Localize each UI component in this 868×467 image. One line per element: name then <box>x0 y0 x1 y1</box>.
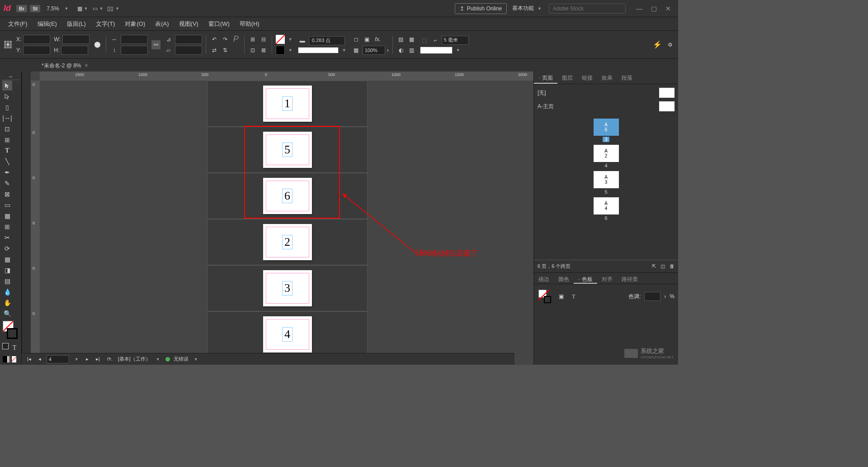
selection-tool[interactable] <box>2 81 12 91</box>
pencil-tool[interactable]: ✎ <box>2 178 12 188</box>
stock-badge[interactable]: St <box>30 5 40 12</box>
flip-v-icon[interactable]: ⇅ <box>221 46 230 55</box>
fx-a-icon[interactable]: ◻ <box>352 35 361 44</box>
spread-5[interactable]: 5 <box>207 127 368 173</box>
zoom-tool[interactable]: 🔍 <box>2 309 12 319</box>
fill-stroke-swatches[interactable] <box>3 321 19 339</box>
scale-x-input[interactable] <box>121 35 148 44</box>
scale-y-input[interactable] <box>121 46 148 55</box>
zoom-display[interactable]: 7.5% <box>47 5 59 12</box>
close-tab-icon[interactable]: × <box>85 62 88 69</box>
last-page-icon[interactable]: ▸| <box>94 356 102 362</box>
grid-tool[interactable]: ⊞ <box>2 222 12 232</box>
master-a[interactable]: A-主页 <box>538 100 675 113</box>
rectangle-tool[interactable]: ▭ <box>2 200 12 210</box>
page-tool[interactable]: ▯ <box>2 102 12 112</box>
stock-search-input[interactable] <box>549 4 626 14</box>
swatch-fill-stroke[interactable] <box>538 290 552 303</box>
stroke-weight-input[interactable] <box>309 36 345 45</box>
contrast-icon[interactable]: ◐ <box>396 46 406 55</box>
fx-b-icon[interactable]: ▣ <box>363 35 372 44</box>
note-tool[interactable]: ▤ <box>2 276 12 286</box>
group-d-icon[interactable]: ⊠ <box>259 46 268 55</box>
free-transform-tool[interactable]: ⟳ <box>2 243 12 253</box>
table-tool[interactable]: ▦ <box>2 211 12 221</box>
chevron-down-icon[interactable]: ▼ <box>288 37 292 42</box>
h-input[interactable] <box>61 46 88 55</box>
reference-point-icon[interactable] <box>4 40 13 49</box>
page-thumb-6[interactable]: A4 6 <box>538 197 675 221</box>
fill-swatch-icon[interactable] <box>276 35 285 44</box>
view-options-icon[interactable]: ▦▼ <box>80 5 88 13</box>
menu-window[interactable]: 窗口(W) <box>204 18 234 30</box>
screen-mode-icon[interactable]: ▭▼ <box>95 5 103 13</box>
opacity-input[interactable] <box>363 46 385 55</box>
document-tab[interactable]: *未命名-2 @ 8% × <box>36 59 94 71</box>
hand-tool[interactable]: ✋ <box>2 298 12 308</box>
spread-3[interactable]: 3 <box>207 265 368 311</box>
stroke-swatch-icon[interactable] <box>276 46 285 55</box>
tab-layers[interactable]: 图层 <box>557 71 577 84</box>
spread-4[interactable]: 4 <box>207 311 368 357</box>
group-a-icon[interactable]: ⊞ <box>248 35 257 44</box>
scissors-tool[interactable]: ✂ <box>2 233 12 243</box>
gradient-bar[interactable] <box>420 47 453 54</box>
menu-help[interactable]: 帮助(H) <box>235 18 264 30</box>
rectangle-frame-tool[interactable]: ⊠ <box>2 189 12 199</box>
page-thumb-3[interactable]: A6 3 <box>538 119 675 142</box>
preset-label[interactable]: [基本]（工作） <box>118 356 151 362</box>
tab-align[interactable]: 对齐 <box>597 273 617 284</box>
gpu-icon[interactable]: ⚡ <box>653 40 662 49</box>
eyedropper-tool[interactable]: 💧 <box>2 287 12 297</box>
page-number-input[interactable] <box>47 355 69 363</box>
corner-shape-icon[interactable]: ⌐ <box>431 36 440 45</box>
auto-icon[interactable]: ▥ <box>407 46 416 55</box>
master-none[interactable]: [无] <box>538 86 675 100</box>
settings-gear-icon[interactable]: ⚙ <box>665 40 675 49</box>
gradient-feather-tool[interactable]: ◨ <box>2 265 12 275</box>
direct-selection-tool[interactable] <box>2 91 12 101</box>
content-placer-tool[interactable]: ⊞ <box>2 135 12 145</box>
new-page-icon[interactable]: ◫ <box>660 263 665 269</box>
publish-online-button[interactable]: ↥ Publish Online <box>455 3 507 14</box>
tab-swatches[interactable]: 色板 <box>574 273 597 284</box>
formatting-container-icon[interactable]: ▣ <box>557 292 566 301</box>
line-tool[interactable]: ╲ <box>2 157 12 167</box>
workspace-switcher[interactable]: 基本功能 ▼ <box>512 5 543 12</box>
menu-type[interactable]: 文字(T) <box>91 18 120 30</box>
menu-view[interactable]: 视图(V) <box>175 18 203 30</box>
rotate-input[interactable] <box>175 35 202 44</box>
group-b-icon[interactable]: ⊟ <box>259 35 268 44</box>
gap-tool[interactable]: |↔| <box>2 113 12 123</box>
next-page-icon[interactable]: ▸ <box>84 356 90 362</box>
corners-icon[interactable]: ⬚ <box>420 36 429 45</box>
errors-label[interactable]: 无错误 <box>174 356 189 362</box>
constrain-proportions-icon[interactable]: ⚪ <box>93 40 102 49</box>
menu-table[interactable]: 表(A) <box>151 18 173 30</box>
bridge-badge[interactable]: Br <box>16 5 27 12</box>
minimize-button[interactable]: — <box>633 4 646 13</box>
chevron-down-icon[interactable]: ▼ <box>75 357 79 362</box>
menu-edit[interactable]: 编辑(E) <box>33 18 61 30</box>
y-input[interactable] <box>23 46 50 55</box>
type-tool[interactable]: T <box>2 146 12 156</box>
page-thumb-4[interactable]: A2 4 <box>538 145 675 168</box>
toolbox-grip[interactable]: ◂▸ <box>2 73 19 80</box>
open-icon[interactable]: ⟳. <box>105 356 114 362</box>
wrap-b-icon[interactable]: ▦ <box>407 35 416 44</box>
shear-input[interactable] <box>175 46 202 55</box>
prev-page-icon[interactable]: ◂ <box>37 356 43 362</box>
edit-size-icon[interactable]: ⇱ <box>652 263 656 269</box>
canvas[interactable]: 1500 1000 500 0 500 1000 1500 2000 0 0 0… <box>31 71 533 365</box>
rotate-cw-icon[interactable]: ↷ <box>221 35 230 44</box>
content-collector-tool[interactable]: ⊡ <box>2 124 12 134</box>
menu-object[interactable]: 对象(O) <box>120 18 150 30</box>
close-button[interactable]: ✕ <box>662 4 675 13</box>
maximize-button[interactable]: ▢ <box>647 4 660 13</box>
gradient-swatch-tool[interactable]: ▦ <box>2 254 12 264</box>
tab-paragraph[interactable]: 段落 <box>617 71 637 84</box>
flip-h-icon[interactable]: ⇄ <box>210 46 219 55</box>
color-strip[interactable] <box>3 356 19 362</box>
tab-stroke[interactable]: 描边 <box>534 273 554 284</box>
w-input[interactable] <box>62 35 90 44</box>
